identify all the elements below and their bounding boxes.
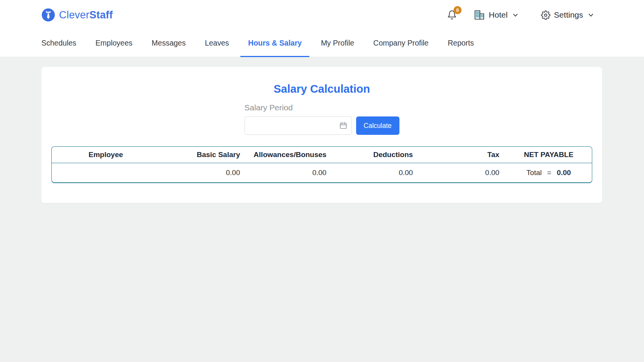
col-header-employee: Employee — [52, 151, 160, 159]
tab-schedules[interactable]: Schedules — [34, 30, 84, 57]
cell-allowances-bonuses: 0.00 — [246, 169, 332, 177]
notifications-button[interactable]: 0 — [447, 10, 457, 20]
gear-icon — [541, 10, 550, 20]
net-payable-value: 0.00 — [557, 169, 571, 177]
company-selector[interactable]: Hotel — [474, 10, 519, 20]
page-content: Salary Calculation Salary Period Cal — [0, 57, 644, 362]
building-icon — [474, 10, 485, 20]
page-title: Salary Calculation — [51, 82, 592, 95]
main-nav: Schedules Employees Messages Leaves Hour… — [0, 30, 644, 57]
cell-deductions: 0.00 — [333, 169, 419, 177]
calculate-button[interactable]: Calculate — [356, 116, 399, 135]
logo-text: CleverStaff — [59, 9, 113, 21]
header-actions: 0 Hotel — [447, 10, 594, 20]
total-label: Total — [526, 169, 542, 177]
col-header-deductions: Deductions — [333, 151, 419, 159]
tab-hours-salary[interactable]: Hours & Salary — [240, 30, 309, 57]
company-name-label: Hotel — [489, 10, 508, 20]
col-header-basic-salary: Basic Salary — [160, 151, 246, 159]
app-header: CleverStaff 0 — [0, 0, 644, 30]
col-header-allowances-bonuses: Allowances/Bonuses — [246, 151, 332, 159]
cleverstaff-logo-icon — [41, 8, 55, 22]
salary-period-label: Salary Period — [245, 103, 399, 112]
salary-table-header-row: Employee Basic Salary Allowances/Bonuses… — [52, 147, 592, 163]
chevron-down-icon — [588, 12, 594, 18]
tab-reports[interactable]: Reports — [440, 30, 481, 57]
notification-count-badge: 0 — [453, 6, 462, 14]
logo-text-clever: Clever — [59, 9, 89, 21]
chevron-down-icon — [512, 12, 519, 18]
salary-table: Employee Basic Salary Allowances/Bonuses… — [51, 146, 592, 183]
tab-my-profile[interactable]: My Profile — [313, 30, 362, 57]
cell-tax: 0.00 — [419, 169, 505, 177]
app-logo[interactable]: CleverStaff — [41, 8, 113, 22]
salary-period-input[interactable] — [245, 116, 352, 135]
logo-text-staff: Staff — [89, 9, 113, 21]
equals-sign: = — [547, 169, 551, 177]
cell-basic-salary: 0.00 — [160, 169, 246, 177]
table-row: 0.00 0.00 0.00 0.00 Total = 0.00 — [52, 163, 592, 182]
tab-employees[interactable]: Employees — [88, 30, 140, 57]
salary-calculation-card: Salary Calculation Salary Period Cal — [41, 67, 602, 203]
col-header-net-payable: NET PAYABLE — [506, 151, 592, 159]
cell-net-payable: Total = 0.00 — [506, 169, 592, 177]
salary-period-field — [245, 116, 352, 135]
tab-messages[interactable]: Messages — [144, 30, 194, 57]
settings-menu[interactable]: Settings — [541, 10, 594, 20]
settings-label: Settings — [554, 10, 583, 20]
tab-company-profile[interactable]: Company Profile — [366, 30, 436, 57]
salary-period-form: Salary Period Calculate — [245, 103, 399, 135]
col-header-tax: Tax — [419, 151, 505, 159]
tab-leaves[interactable]: Leaves — [197, 30, 237, 57]
